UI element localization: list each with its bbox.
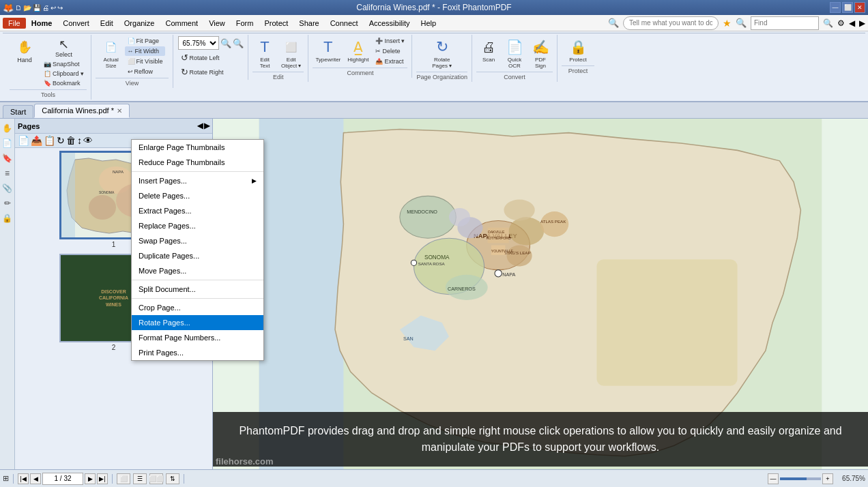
zoom-in-icon[interactable]: 🔍 bbox=[233, 38, 244, 48]
open-icon[interactable]: 📂 bbox=[23, 4, 31, 12]
tell-me-input[interactable] bbox=[623, 16, 719, 30]
menu-help[interactable]: Help bbox=[416, 18, 442, 29]
ctx-format-page-numbers[interactable]: Format Page Numbers... bbox=[132, 330, 263, 345]
first-page-button[interactable]: |◀ bbox=[18, 473, 29, 484]
edit-text-button[interactable]: T EditText bbox=[252, 36, 277, 70]
left-icon-hand[interactable]: ✋ bbox=[1, 121, 14, 135]
zoom-select[interactable]: 65.75% 50% 75% 100% bbox=[178, 36, 219, 50]
page-extract-icon[interactable]: 📤 bbox=[31, 135, 42, 146]
fit-visible-button[interactable]: ⬜ Fit Visible bbox=[125, 57, 166, 66]
left-icon-security[interactable]: 🔒 bbox=[1, 211, 14, 225]
menu-home[interactable]: Home bbox=[26, 18, 58, 29]
menu-accessibility[interactable]: Accessibility bbox=[364, 18, 416, 29]
zoom-out-button[interactable]: — bbox=[768, 473, 779, 484]
restore-button[interactable]: ⬜ bbox=[842, 2, 853, 13]
typewriter-button[interactable]: T Typewriter bbox=[313, 36, 343, 64]
left-icon-bookmarks[interactable]: 🔖 bbox=[1, 151, 14, 165]
extract-button[interactable]: 📤 Extract bbox=[373, 57, 407, 66]
fit-width-button[interactable]: ↔ Fit Width bbox=[125, 46, 166, 56]
menu-connect[interactable]: Connect bbox=[325, 18, 364, 29]
menu-edit[interactable]: Edit bbox=[95, 18, 119, 29]
menu-view[interactable]: View bbox=[203, 18, 231, 29]
ctx-swap-pages[interactable]: Swap Pages... bbox=[132, 233, 263, 248]
ctx-split-document[interactable]: Split Document... bbox=[132, 282, 263, 297]
ctx-print-pages[interactable]: Print Pages... bbox=[132, 345, 263, 360]
find-go-icon[interactable]: 🔍 bbox=[823, 18, 833, 28]
ctx-rotate-pages[interactable]: Rotate Pages... bbox=[132, 315, 263, 330]
page-rotate-icon[interactable]: ↻ bbox=[57, 135, 65, 146]
protect-button[interactable]: 🔒 Protect bbox=[566, 36, 590, 64]
menu-convert[interactable]: Convert bbox=[57, 18, 95, 29]
clipboard-button[interactable]: 📋 Clipboard ▾ bbox=[41, 69, 87, 78]
zoom-out-icon[interactable]: 🔍 bbox=[220, 38, 231, 48]
nav-prev-icon[interactable]: ◀ bbox=[849, 18, 855, 28]
highlight-button[interactable]: A̲ Highlight bbox=[345, 36, 371, 64]
sidebar-prev-icon[interactable]: ◀ bbox=[197, 121, 203, 130]
menu-protect[interactable]: Protect bbox=[259, 18, 293, 29]
left-icon-attach[interactable]: 📎 bbox=[1, 181, 14, 195]
rotate-pages-button[interactable]: ↻ RotatePages ▾ bbox=[429, 36, 454, 70]
edit-object-button[interactable]: ⬜ EditObject ▾ bbox=[278, 36, 304, 70]
snapshot-button[interactable]: 📷 SnapShot bbox=[41, 59, 87, 69]
bookmark-button[interactable]: 🔖 Bookmark bbox=[41, 78, 87, 88]
reflow-button[interactable]: ↩ Reflow bbox=[125, 67, 166, 76]
hand-tool-button[interactable]: ✋ Hand bbox=[10, 36, 40, 65]
menu-share[interactable]: Share bbox=[293, 18, 324, 29]
save-icon[interactable]: 💾 bbox=[33, 4, 41, 12]
prev-page-button[interactable]: ◀ bbox=[30, 473, 41, 484]
undo-icon[interactable]: ↩ bbox=[50, 4, 56, 12]
tab-california-wines[interactable]: California Wines.pdf * ✕ bbox=[34, 104, 130, 118]
scan-button[interactable]: 🖨 Scan bbox=[476, 36, 501, 64]
ctx-duplicate-pages[interactable]: Duplicate Pages... bbox=[132, 248, 263, 263]
new-icon[interactable]: 🗋 bbox=[15, 4, 22, 12]
tab-close-icon[interactable]: ✕ bbox=[117, 107, 122, 115]
ctx-crop-page[interactable]: Crop Page... bbox=[132, 300, 263, 315]
pdf-sign-button[interactable]: ✍ PDFSign bbox=[528, 36, 553, 70]
tab-start[interactable]: Start bbox=[3, 105, 33, 118]
page-input[interactable] bbox=[42, 473, 83, 485]
insert-button[interactable]: ➕ Insert ▾ bbox=[373, 36, 407, 46]
left-icon-layers[interactable]: ≡ bbox=[1, 166, 14, 180]
ctx-reduce-thumbs[interactable]: Reduce Page Thumbnails bbox=[132, 155, 263, 170]
menu-organize[interactable]: Organize bbox=[119, 18, 160, 29]
page-move-icon[interactable]: ↕ bbox=[77, 135, 82, 146]
nav-next-icon[interactable]: ▶ bbox=[859, 18, 865, 28]
page-export-icon[interactable]: 📋 bbox=[44, 135, 55, 146]
minimize-button[interactable]: — bbox=[830, 2, 841, 13]
continuous-view-button[interactable]: ☰ bbox=[133, 473, 147, 484]
close-button[interactable]: ✕ bbox=[854, 2, 865, 13]
rotate-left-button[interactable]: ↺ Rotate Left bbox=[178, 51, 244, 64]
options-icon[interactable]: ⚙ bbox=[837, 18, 845, 28]
quick-ocr-button[interactable]: 📄 QuickOCR bbox=[502, 36, 527, 70]
ctx-enlarge-thumbs[interactable]: Enlarge Page Thumbnails bbox=[132, 140, 263, 155]
ctx-delete-pages[interactable]: Delete Pages... bbox=[132, 188, 263, 203]
last-page-button[interactable]: ▶| bbox=[97, 473, 108, 484]
ctx-replace-pages[interactable]: Replace Pages... bbox=[132, 218, 263, 233]
two-page-view-button[interactable]: ⬜⬜ bbox=[149, 473, 163, 484]
sidebar-next-icon[interactable]: ▶ bbox=[204, 121, 209, 130]
single-page-view-button[interactable]: ⬜ bbox=[117, 473, 130, 484]
rotate-right-button[interactable]: ↻ Rotate Right bbox=[178, 65, 244, 78]
fit-page-button[interactable]: 📄 Fit Page bbox=[125, 36, 166, 46]
page-add-icon[interactable]: 📄 bbox=[18, 135, 29, 146]
left-icon-annot[interactable]: ✏ bbox=[1, 196, 14, 210]
delete-button[interactable]: ✂ Delete bbox=[373, 46, 407, 56]
menu-comment[interactable]: Comment bbox=[160, 18, 203, 29]
actual-size-button[interactable]: 📄 ActualSize bbox=[99, 36, 124, 70]
page-view-icon[interactable]: 👁 bbox=[83, 135, 93, 146]
left-icon-pages[interactable]: 📄 bbox=[1, 136, 14, 150]
ctx-insert-pages[interactable]: Insert Pages... ▶ bbox=[132, 173, 263, 188]
menu-form[interactable]: Form bbox=[231, 18, 259, 29]
find-input[interactable] bbox=[751, 16, 819, 30]
select-tool-button[interactable]: ↖ Select bbox=[41, 36, 87, 59]
zoom-in-button[interactable]: + bbox=[822, 473, 833, 484]
ctx-extract-pages[interactable]: Extract Pages... bbox=[132, 203, 263, 218]
redo-icon[interactable]: ↪ bbox=[57, 4, 63, 12]
zoom-slider[interactable] bbox=[780, 477, 821, 480]
next-page-button[interactable]: ▶ bbox=[85, 473, 96, 484]
menu-file[interactable]: File bbox=[3, 18, 26, 29]
page-delete-icon[interactable]: 🗑 bbox=[66, 135, 76, 146]
scroll-view-button[interactable]: ⇅ bbox=[166, 473, 179, 484]
ctx-move-pages[interactable]: Move Pages... bbox=[132, 263, 263, 278]
print-icon[interactable]: 🖨 bbox=[42, 4, 49, 12]
